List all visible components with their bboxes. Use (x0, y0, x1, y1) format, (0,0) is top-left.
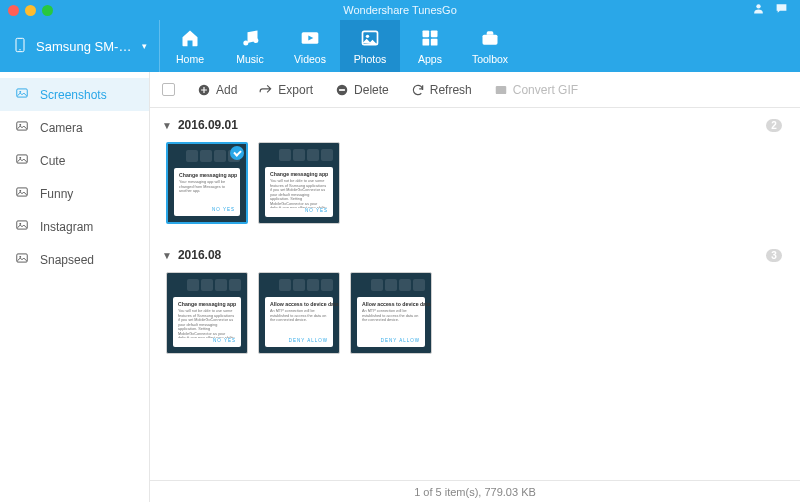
maximize-window-button[interactable] (42, 5, 53, 16)
convert-gif-button[interactable]: Convert GIF (494, 83, 578, 97)
delete-label: Delete (354, 83, 389, 97)
svg-point-3 (243, 40, 248, 45)
titlebar: Wondershare TunesGo (0, 0, 800, 20)
thumb-dialog-actions: DENY ALLOW (362, 338, 420, 343)
thumb-top-icons (265, 149, 333, 165)
tab-label: Toolbox (472, 53, 508, 65)
svg-rect-23 (17, 254, 28, 262)
chevron-down-icon: ▾ (142, 41, 147, 51)
sidebar-item-cute[interactable]: Cute (0, 144, 149, 177)
export-button[interactable]: Export (259, 83, 313, 97)
thumb-top-icons (357, 279, 425, 295)
scrollbar[interactable] (790, 110, 798, 478)
thumb-dialog: Allow access to device data An MTP conne… (265, 297, 333, 347)
svg-rect-9 (431, 30, 438, 37)
thumb-dialog: Allow access to device data An MTP conne… (357, 297, 425, 347)
svg-rect-12 (483, 34, 498, 44)
photo-thumbnail[interactable]: Change messaging app Your messaging app … (166, 142, 248, 224)
content-area: Add Export Delete Refresh Convert GIF ▼2… (150, 72, 800, 502)
close-window-button[interactable] (8, 5, 19, 16)
thumb-dialog-actions: DENY ALLOW (270, 338, 328, 343)
device-selector[interactable]: Samsung SM-G... ▾ (0, 20, 160, 72)
tab-photo[interactable]: Photos (340, 20, 400, 72)
tab-toolbox[interactable]: Toolbox (460, 20, 520, 72)
delete-button[interactable]: Delete (335, 83, 389, 97)
svg-rect-27 (339, 89, 345, 91)
thumb-dialog: Change messaging app You will not be abl… (265, 167, 333, 217)
svg-rect-17 (17, 155, 28, 163)
sidebar-item-instagram[interactable]: Instagram (0, 210, 149, 243)
sidebar-item-funny[interactable]: Funny (0, 177, 149, 210)
thumb-top-icons (173, 279, 241, 295)
album-icon (14, 86, 30, 103)
thumb-dialog: Change messaging app Your messaging app … (174, 168, 240, 216)
sidebar-item-snapseed[interactable]: Snapseed (0, 243, 149, 276)
thumb-top-icons (265, 279, 333, 295)
feedback-icon[interactable] (775, 2, 788, 18)
svg-point-0 (756, 4, 760, 8)
photo-thumbnail[interactable]: Change messaging app You will not be abl… (166, 272, 248, 354)
gallery: ▼2016.09.012 Change messaging app Your m… (150, 108, 800, 480)
svg-point-2 (19, 49, 20, 50)
thumb-dialog: Change messaging app You will not be abl… (173, 297, 241, 347)
add-label: Add (216, 83, 237, 97)
photo-thumbnail[interactable]: Allow access to device data An MTP conne… (350, 272, 432, 354)
collapse-icon: ▼ (162, 250, 172, 261)
svg-rect-19 (17, 188, 28, 196)
photo-thumbnail[interactable]: Allow access to device data An MTP conne… (258, 272, 340, 354)
svg-rect-15 (17, 122, 28, 130)
svg-rect-28 (496, 85, 507, 93)
refresh-label: Refresh (430, 83, 472, 97)
thumb-dialog-body: You will not be able to use some feature… (178, 309, 236, 338)
svg-rect-13 (17, 89, 28, 97)
add-button[interactable]: Add (197, 83, 237, 97)
thumb-dialog-actions: NO YES (270, 208, 328, 213)
group-header[interactable]: ▼2016.083 (162, 244, 798, 266)
svg-rect-11 (431, 38, 438, 45)
thumb-dialog-body: An MTP connection will be established to… (270, 309, 328, 338)
tab-label: Videos (294, 53, 326, 65)
thumb-dialog-actions: NO YES (179, 207, 235, 212)
tab-label: Photos (354, 53, 387, 65)
header-nav: Samsung SM-G... ▾ HomeMusicVideosPhotosA… (0, 20, 800, 72)
sidebar-item-label: Cute (40, 154, 65, 168)
photo-group: ▼2016.09.012 Change messaging app Your m… (162, 114, 798, 230)
phone-icon (12, 34, 28, 59)
tab-label: Home (176, 53, 204, 65)
thumb-dialog-actions: NO YES (178, 338, 236, 343)
user-icon[interactable] (752, 2, 765, 18)
refresh-button[interactable]: Refresh (411, 83, 472, 97)
thumbnail-row: Change messaging app You will not be abl… (162, 266, 798, 360)
tab-apps[interactable]: Apps (400, 20, 460, 72)
tab-home[interactable]: Home (160, 20, 220, 72)
tab-music[interactable]: Music (220, 20, 280, 72)
minimize-window-button[interactable] (25, 5, 36, 16)
svg-point-4 (253, 38, 258, 43)
home-icon (180, 28, 200, 50)
tab-video[interactable]: Videos (280, 20, 340, 72)
sidebar-item-screenshots[interactable]: Screenshots (0, 78, 149, 111)
toolbox-icon (480, 28, 500, 50)
main-area: ScreenshotsCameraCuteFunnyInstagramSnaps… (0, 72, 800, 502)
thumb-dialog-title: Change messaging app (270, 171, 328, 177)
album-icon (14, 218, 30, 235)
group-header[interactable]: ▼2016.09.012 (162, 114, 798, 136)
group-count-badge: 2 (766, 119, 782, 132)
thumb-dialog-title: Allow access to device data (362, 301, 420, 307)
sidebar-item-label: Snapseed (40, 253, 94, 267)
apps-icon (420, 28, 440, 50)
status-text: 1 of 5 item(s), 779.03 KB (414, 486, 536, 498)
photo-thumbnail[interactable]: Change messaging app You will not be abl… (258, 142, 340, 224)
svg-rect-21 (17, 221, 28, 229)
sidebar-item-camera[interactable]: Camera (0, 111, 149, 144)
sidebar-item-label: Screenshots (40, 88, 107, 102)
sidebar: ScreenshotsCameraCuteFunnyInstagramSnaps… (0, 72, 150, 502)
sidebar-item-label: Funny (40, 187, 73, 201)
photo-icon (360, 28, 380, 50)
select-all-checkbox[interactable] (162, 83, 175, 96)
thumb-dialog-body: Your messaging app will be changed from … (179, 180, 235, 207)
photo-group: ▼2016.083 Change messaging app You will … (162, 244, 798, 360)
thumb-dialog-title: Change messaging app (179, 172, 235, 178)
sidebar-item-label: Instagram (40, 220, 93, 234)
device-name: Samsung SM-G... (36, 39, 134, 54)
